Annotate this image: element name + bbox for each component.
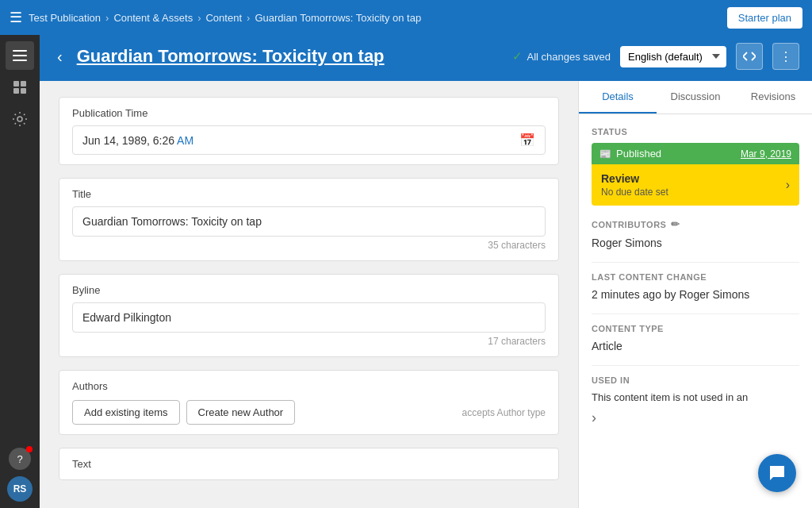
- breadcrumb-content-assets[interactable]: Content & Assets: [113, 12, 193, 24]
- contributors-label: CONTRIBUTORS ✏: [592, 218, 799, 230]
- breadcrumb-sep3: ›: [247, 12, 250, 24]
- sidebar-settings-icon[interactable]: [6, 105, 34, 133]
- title-char-count: 35 characters: [72, 237, 546, 251]
- divider-2: [592, 314, 799, 314]
- hamburger-icon[interactable]: ☰: [10, 9, 22, 26]
- two-column-layout: Publication Time Jun 14, 1989, 6:26 AM 📅…: [40, 81, 812, 508]
- published-date[interactable]: Mar 9, 2019: [741, 148, 791, 160]
- divider-1: [592, 262, 799, 263]
- sidebar-menu-icon[interactable]: [6, 41, 34, 70]
- panel-content: STATUS 📰 Published Mar 9, 2019 Review No…: [579, 114, 812, 508]
- svg-rect-3: [13, 81, 19, 87]
- user-avatar[interactable]: RS: [7, 476, 33, 502]
- byline-body: 17 characters: [59, 302, 558, 356]
- authors-actions: Add existing items Create new Author acc…: [72, 400, 546, 425]
- breadcrumb-publication[interactable]: Test Publication: [29, 12, 101, 24]
- svg-rect-5: [13, 88, 19, 94]
- check-icon: ✓: [512, 49, 523, 64]
- svg-point-7: [17, 117, 22, 121]
- byline-input[interactable]: [72, 302, 546, 333]
- saved-text: All changes saved: [527, 51, 611, 63]
- help-container: ?: [9, 448, 31, 470]
- tab-discussion[interactable]: Discussion: [657, 81, 734, 114]
- top-nav: ☰ Test Publication › Content & Assets › …: [0, 0, 812, 35]
- breadcrumb-article: Guardian Tomorrows: Toxicity on tap: [255, 12, 421, 24]
- authors-label: Authors: [72, 380, 546, 392]
- svg-rect-4: [21, 81, 26, 87]
- form-area: Publication Time Jun 14, 1989, 6:26 AM 📅…: [40, 81, 578, 508]
- content-type-label: CONTENT TYPE: [592, 324, 799, 333]
- expand-used-in-button[interactable]: ›: [592, 410, 596, 426]
- main-layout: ? RS ‹ Guardian Tomorrows: Toxicity on t…: [0, 35, 812, 508]
- last-change-section: LAST CONTENT CHANGE 2 minutes ago by Rog…: [592, 272, 799, 301]
- starter-plan-button[interactable]: Starter plan: [727, 7, 802, 29]
- text-section: Text: [59, 448, 558, 479]
- byline-card: Byline 17 characters: [59, 274, 559, 357]
- right-panel: Details Discussion Revisions STATUS 📰 Pu…: [578, 81, 812, 508]
- help-icon[interactable]: ?: [9, 448, 31, 470]
- sidebar-grid-icon[interactable]: [6, 73, 34, 102]
- calendar-icon[interactable]: 📅: [519, 133, 535, 148]
- panel-tabs: Details Discussion Revisions: [579, 81, 812, 114]
- edit-contributors-icon[interactable]: ✏: [671, 218, 680, 230]
- title-label: Title: [59, 179, 558, 206]
- svg-rect-1: [13, 55, 27, 56]
- last-change-label: LAST CONTENT CHANGE: [592, 272, 799, 282]
- date-input-row[interactable]: Jun 14, 1989, 6:26 AM 📅: [72, 125, 546, 155]
- chevron-right-icon: ›: [786, 178, 790, 192]
- more-options-icon: ⋮: [779, 49, 792, 64]
- content-area: ‹ Guardian Tomorrows: Toxicity on tap ✓ …: [40, 35, 812, 508]
- title-body: 35 characters: [59, 206, 558, 260]
- back-button[interactable]: ‹: [52, 46, 67, 67]
- contributor-name: Roger Simons: [592, 237, 799, 249]
- authors-inner: Authors Add existing items Create new Au…: [59, 371, 558, 434]
- text-label: Text: [72, 458, 546, 470]
- breadcrumb: Test Publication › Content & Assets › Co…: [29, 12, 721, 24]
- used-in-label: USED IN: [592, 375, 799, 385]
- divider-3: [592, 365, 799, 366]
- article-title: Guardian Tomorrows: Toxicity on tap: [77, 46, 504, 67]
- accepts-author-type: accepts Author type: [462, 407, 546, 418]
- notification-dot: [26, 446, 33, 452]
- title-input[interactable]: [72, 206, 546, 237]
- breadcrumb-sep2: ›: [197, 12, 201, 24]
- content-type-value: Article: [592, 340, 799, 352]
- publication-time-card: Publication Time Jun 14, 1989, 6:26 AM 📅: [59, 97, 559, 165]
- publication-time-body: Jun 14, 1989, 6:26 AM 📅: [59, 125, 558, 164]
- byline-char-count: 17 characters: [72, 333, 546, 347]
- breadcrumb-sep1: ›: [105, 12, 109, 24]
- tab-details[interactable]: Details: [579, 81, 657, 114]
- status-published-bar: 📰 Published Mar 9, 2019: [592, 143, 799, 164]
- chat-button[interactable]: [758, 454, 796, 492]
- svg-rect-0: [13, 50, 27, 52]
- published-label: Published: [616, 148, 661, 160]
- svg-rect-2: [13, 60, 27, 61]
- used-in-value: This content item is not used in an: [592, 391, 799, 403]
- review-sub: No due date set: [601, 187, 786, 198]
- left-sidebar: ? RS: [0, 35, 40, 508]
- authors-card: Authors Add existing items Create new Au…: [59, 370, 559, 435]
- status-section: STATUS 📰 Published Mar 9, 2019 Review No…: [592, 127, 799, 206]
- add-existing-button[interactable]: Add existing items: [72, 400, 180, 425]
- content-type-section: CONTENT TYPE Article: [592, 324, 799, 352]
- contributors-section: CONTRIBUTORS ✏ Roger Simons: [592, 218, 799, 249]
- review-bar[interactable]: Review No due date set ›: [592, 164, 799, 206]
- create-new-author-button[interactable]: Create new Author: [186, 400, 296, 425]
- published-icon: 📰: [599, 148, 611, 160]
- breadcrumb-content[interactable]: Content: [205, 12, 242, 24]
- review-content: Review No due date set: [601, 172, 786, 198]
- tab-revisions[interactable]: Revisions: [734, 81, 812, 114]
- date-value: Jun 14, 1989, 6:26 AM: [82, 134, 193, 147]
- used-in-section: USED IN This content item is not used in…: [592, 375, 799, 426]
- am-text: AM: [177, 134, 193, 147]
- publication-time-label: Publication Time: [59, 98, 558, 125]
- article-header: ‹ Guardian Tomorrows: Toxicity on tap ✓ …: [40, 35, 812, 81]
- svg-rect-6: [21, 88, 26, 94]
- title-card: Title 35 characters: [59, 178, 559, 261]
- sidebar-bottom: ? RS: [7, 448, 33, 502]
- review-title: Review: [601, 172, 786, 185]
- more-options-button[interactable]: ⋮: [772, 43, 799, 70]
- code-icon-button[interactable]: [736, 43, 763, 70]
- last-change-value: 2 minutes ago by Roger Simons: [592, 288, 799, 301]
- language-selector[interactable]: English (default) French German Spanish: [620, 46, 726, 67]
